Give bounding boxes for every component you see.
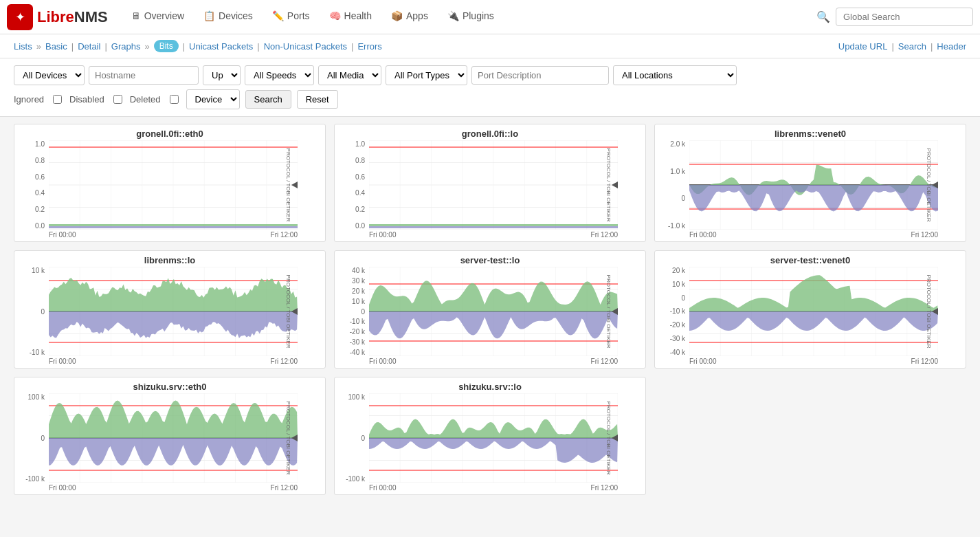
deleted-checkbox[interactable] — [170, 95, 179, 104]
global-search-input[interactable] — [836, 8, 973, 26]
y-axis-label: -100 k — [14, 475, 45, 483]
graph-wrapper: 10 k0-10 kPROTOCOL / TOBI OETIKER — [14, 267, 325, 356]
breadcrumb-errors[interactable]: Errors — [357, 41, 381, 52]
reset-button[interactable]: Reset — [297, 90, 338, 109]
nav-ports[interactable]: ✏️Ports — [263, 0, 320, 34]
graph-card[interactable]: server-test::lo40 k30 k20 k10 k0-10 k-20… — [334, 250, 646, 369]
breadcrumb-detail[interactable]: Detail — [78, 41, 100, 52]
breadcrumb-header[interactable]: Header — [937, 41, 966, 52]
y-axis-label: -30 k — [335, 338, 365, 346]
x-axis-label: Fri 12:00 — [271, 231, 298, 239]
sep1: » — [36, 41, 41, 52]
x-axis: Fri 00:00Fri 12:00 — [14, 483, 325, 494]
y-axis-label: 0 — [655, 294, 685, 302]
speed-filter[interactable]: All Speeds — [245, 65, 314, 85]
y-axis: 1.00.80.60.40.20.0 — [335, 140, 368, 230]
graph-card[interactable]: librenms::venet02.0 k1.0 k0-1.0 kPROTOCO… — [654, 124, 966, 242]
breadcrumb-unicast[interactable]: Unicast Packets — [189, 41, 253, 52]
navbar: LibreNMS 🖥Overview 📋Devices ✏️Ports 🧠Hea… — [0, 0, 980, 34]
breadcrumb-bar: Lists » Basic | Detail | Graphs » Bits |… — [0, 34, 980, 58]
x-axis-label: Fri 00:00 — [49, 358, 76, 365]
y-axis-label: 0.8 — [335, 157, 365, 164]
nav-ports-label: Ports — [287, 10, 310, 21]
nav-devices[interactable]: 📋Devices — [194, 0, 263, 34]
device-filter[interactable]: All Devices — [14, 65, 85, 85]
rotated-label: PROTOCOL / TOBI OETIKER — [605, 149, 612, 222]
x-axis: Fri 00:00Fri 12:00 — [655, 356, 966, 368]
nav-overview[interactable]: 🖥Overview — [122, 0, 194, 34]
global-search-area: 🔍 — [816, 8, 973, 26]
port-description-input[interactable] — [471, 66, 609, 85]
x-axis-label: Fri 12:00 — [591, 231, 618, 239]
y-axis-label: -30 k — [655, 335, 685, 342]
y-axis-label: 1.0 — [14, 140, 45, 148]
x-axis-label: Fri 12:00 — [591, 358, 618, 365]
graph-title: shizuku.srv::eth0 — [14, 377, 325, 393]
hostname-input[interactable] — [89, 66, 199, 85]
search-button[interactable]: Search — [245, 90, 291, 109]
y-axis-label: -40 k — [655, 349, 685, 356]
y-axis-label: 0.2 — [14, 206, 45, 213]
graph-grid: gronell.0fi::eth01.00.80.60.40.20.0PROTO… — [14, 124, 966, 495]
breadcrumb-lists[interactable]: Lists — [14, 41, 32, 52]
svg-marker-35 — [369, 224, 618, 226]
graph-title: gronell.0fi::eth0 — [14, 124, 325, 140]
graph-card[interactable]: shizuku.srv::lo100 k0-100 kPROTOCOL / TO… — [334, 377, 646, 495]
y-axis: 10 k0-10 k — [14, 267, 47, 356]
breadcrumb-update-url[interactable]: Update URL — [838, 41, 888, 52]
rotated-label: PROTOCOL / TOBI OETIKER — [605, 402, 612, 475]
breadcrumb-search[interactable]: Search — [898, 41, 926, 52]
disabled-checkbox[interactable] — [113, 95, 122, 104]
x-axis-label: Fri 12:00 — [911, 358, 938, 365]
brand[interactable]: LibreNMS — [7, 4, 108, 30]
y-axis-label: -20 k — [655, 321, 685, 329]
location-filter[interactable]: All Locations — [613, 65, 737, 85]
status-filter[interactable]: Up — [203, 65, 241, 85]
y-axis-label: 10 k — [655, 281, 685, 288]
x-axis-label: Fri 00:00 — [49, 231, 76, 239]
nav-health[interactable]: 🧠Health — [320, 0, 381, 34]
x-axis: Fri 00:00Fri 12:00 — [655, 230, 966, 241]
x-axis-label: Fri 00:00 — [369, 231, 396, 239]
graph-card[interactable]: shizuku.srv::eth0100 k0-100 kPROTOCOL / … — [14, 377, 326, 495]
y-axis-label: 40 k — [335, 267, 365, 274]
x-axis-label: Fri 00:00 — [369, 358, 396, 365]
nav-plugins[interactable]: 🔌Plugins — [438, 0, 504, 34]
breadcrumb-graphs[interactable]: Graphs — [111, 41, 141, 52]
sep7: | — [351, 41, 353, 52]
x-axis-label: Fri 00:00 — [369, 484, 396, 492]
y-axis-label: 1.0 — [335, 140, 365, 148]
main-content: gronell.0fi::eth01.00.80.60.40.20.0PROTO… — [0, 117, 980, 502]
rotated-label: PROTOCOL / TOBI OETIKER — [285, 149, 291, 222]
deleted-label: Deleted — [130, 94, 161, 105]
nav-plugins-label: Plugins — [463, 10, 494, 21]
breadcrumb-right: Update URL | Search | Header — [838, 41, 966, 52]
y-axis-label: 30 k — [335, 277, 365, 285]
rotated-label: PROTOCOL / TOBI OETIKER — [926, 149, 932, 222]
rotated-label: PROTOCOL / TOBI OETIKER — [605, 275, 612, 349]
sep5: | — [183, 41, 185, 52]
y-axis-label: 0 — [335, 435, 365, 442]
breadcrumb-basic[interactable]: Basic — [45, 41, 67, 52]
graph-title: librenms::venet0 — [655, 124, 966, 140]
graph-card[interactable]: gronell.0fi::lo1.00.80.60.40.20.0PROTOCO… — [334, 124, 646, 242]
graph-title: gronell.0fi::lo — [335, 124, 645, 140]
nav-apps[interactable]: 📦Apps — [381, 0, 438, 34]
x-axis: Fri 00:00Fri 12:00 — [14, 356, 325, 368]
filter-bar: All Devices Up All Speeds All Media All … — [0, 58, 980, 117]
y-axis-label: 0 — [335, 308, 365, 316]
ignored-checkbox[interactable] — [53, 95, 62, 104]
nav-devices-label: Devices — [219, 10, 253, 21]
breadcrumb-nonunicast[interactable]: Non-Unicast Packets — [264, 41, 347, 52]
sep2: | — [71, 41, 74, 52]
nav-overview-label: Overview — [144, 10, 184, 21]
media-filter[interactable]: All Media — [318, 65, 381, 85]
brand-logo — [7, 4, 33, 30]
device-select2[interactable]: Device — [186, 89, 240, 109]
x-axis-label: Fri 00:00 — [689, 231, 716, 239]
graph-card[interactable]: librenms::lo10 k0-10 kPROTOCOL / TOBI OE… — [14, 250, 326, 369]
graph-card[interactable]: server-test::venet020 k10 k0-10 k-20 k-3… — [654, 250, 966, 369]
port-type-filter[interactable]: All Port Types — [386, 65, 467, 85]
sep3: | — [104, 41, 107, 52]
graph-card[interactable]: gronell.0fi::eth01.00.80.60.40.20.0PROTO… — [14, 124, 326, 242]
